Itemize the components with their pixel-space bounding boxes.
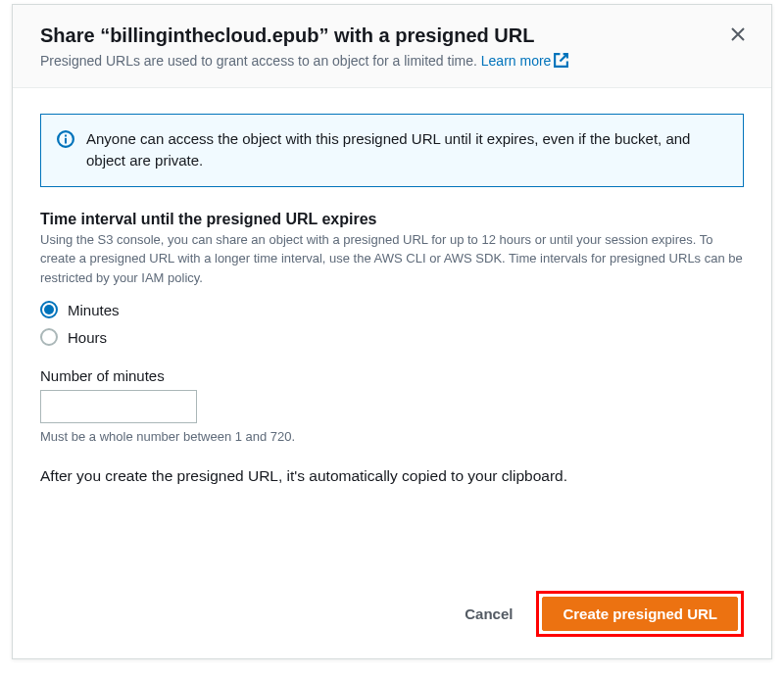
radio-minutes[interactable] <box>40 301 58 318</box>
subtitle-text: Presigned URLs are used to grant access … <box>40 53 481 69</box>
primary-action-highlight: Create presigned URL <box>536 591 744 637</box>
modal-footer: Cancel Create presigned URL <box>13 571 771 658</box>
radio-hours[interactable] <box>40 328 58 346</box>
radio-hours-label: Hours <box>68 329 107 346</box>
close-button[interactable] <box>726 23 750 46</box>
svg-rect-2 <box>65 134 67 136</box>
number-of-minutes-label: Number of minutes <box>40 367 744 384</box>
info-icon <box>57 130 74 148</box>
learn-more-link[interactable]: Learn more <box>481 53 570 69</box>
svg-rect-1 <box>65 137 67 143</box>
clipboard-note: After you create the presigned URL, it's… <box>40 465 744 487</box>
info-message: Anyone can access the object with this p… <box>86 128 727 172</box>
interval-heading: Time interval until the presigned URL ex… <box>40 211 744 228</box>
external-link-icon <box>553 52 569 69</box>
close-icon <box>730 26 746 42</box>
cancel-button[interactable]: Cancel <box>445 598 532 630</box>
modal-header: Share “billinginthecloud.epub” with a pr… <box>13 5 771 88</box>
create-presigned-url-button[interactable]: Create presigned URL <box>542 597 738 631</box>
number-of-minutes-input[interactable] <box>40 390 197 423</box>
radio-option-minutes[interactable]: Minutes <box>40 301 744 318</box>
number-hint: Must be a whole number between 1 and 720… <box>40 429 744 444</box>
radio-option-hours[interactable]: Hours <box>40 328 744 346</box>
interval-description: Using the S3 console, you can share an o… <box>40 230 744 288</box>
share-presigned-url-modal: Share “billinginthecloud.epub” with a pr… <box>12 4 772 659</box>
radio-minutes-label: Minutes <box>68 302 120 318</box>
info-alert: Anyone can access the object with this p… <box>40 114 744 187</box>
interval-radio-group: Minutes Hours <box>40 301 744 346</box>
modal-body: Anyone can access the object with this p… <box>13 88 771 571</box>
modal-title: Share “billinginthecloud.epub” with a pr… <box>40 23 744 48</box>
modal-subtitle: Presigned URLs are used to grant access … <box>40 52 744 72</box>
